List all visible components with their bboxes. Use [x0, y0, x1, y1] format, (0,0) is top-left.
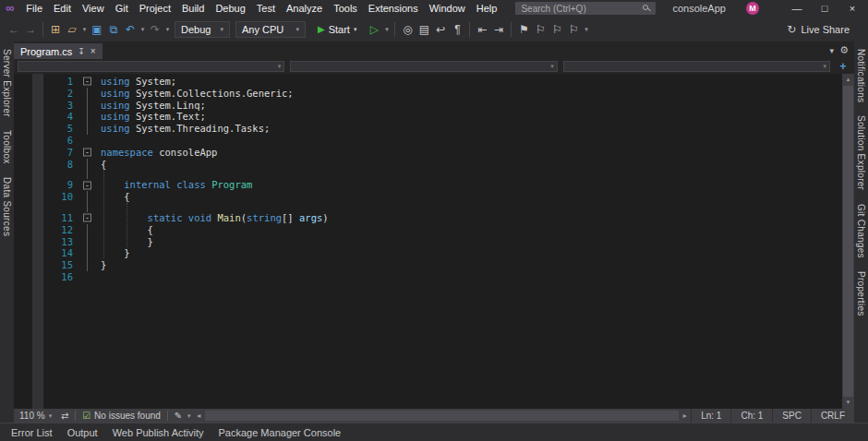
run-without-debugging-icon[interactable]: ▷: [366, 20, 382, 39]
maximize-button[interactable]: □: [811, 0, 838, 17]
scroll-sync-icon[interactable]: ⇄: [57, 411, 72, 421]
quick-actions-dropdown-icon[interactable]: ▾: [186, 412, 193, 420]
scrollbar-thumb[interactable]: [843, 86, 853, 397]
code-health-indicator[interactable]: ☑ No issues found: [78, 411, 164, 421]
decrease-indent-icon[interactable]: ⇤: [474, 20, 490, 39]
find-in-files-icon[interactable]: ◎: [399, 20, 416, 39]
run-dropdown-icon[interactable]: ▾: [382, 20, 391, 39]
code-text[interactable]: {: [101, 191, 130, 203]
menu-test[interactable]: Test: [251, 0, 281, 17]
menu-help[interactable]: Help: [471, 0, 503, 17]
code-line-10[interactable]: 10 {: [14, 191, 842, 203]
undo-dropdown-icon[interactable]: ▾: [139, 20, 147, 39]
code-text[interactable]: static void Main(string[] args): [101, 212, 329, 224]
line-number[interactable]: 14: [43, 247, 73, 259]
code-line-16[interactable]: 16: [14, 271, 842, 283]
menu-file[interactable]: File: [20, 0, 48, 17]
code-line-3[interactable]: 3using System.Linq;: [14, 100, 842, 112]
nav-dropdown-type[interactable]: ▾: [290, 61, 557, 72]
zoom-control[interactable]: 110 % ▾: [14, 409, 57, 423]
search-input[interactable]: [515, 3, 657, 14]
code-text[interactable]: using System.Linq;: [101, 100, 206, 112]
fold-collapse-icon[interactable]: -: [83, 77, 91, 86]
right-tab-notifications[interactable]: Notifications: [856, 49, 866, 102]
menu-extensions[interactable]: Extensions: [363, 0, 424, 17]
line-number[interactable]: 8: [43, 159, 73, 171]
toggle-bookmark-icon[interactable]: ⚑: [515, 20, 532, 39]
live-share-button[interactable]: ↻ Live Share: [787, 23, 862, 36]
scroll-right-icon[interactable]: ►: [679, 412, 691, 419]
right-tab-solution-explorer[interactable]: Solution Explorer: [856, 115, 866, 190]
nav-dropdown-member[interactable]: ▾: [563, 61, 830, 72]
code-line-7[interactable]: 7-namespace consoleApp: [14, 147, 842, 159]
show-output-icon[interactable]: ▤: [416, 20, 432, 39]
menu-analyze[interactable]: Analyze: [281, 0, 328, 17]
active-files-dropdown-icon[interactable]: ▾: [830, 46, 835, 55]
code-text[interactable]: {: [101, 159, 106, 171]
code-text[interactable]: namespace consoleApp: [101, 147, 217, 159]
menu-tools[interactable]: Tools: [328, 0, 363, 17]
horizontal-scrollbar[interactable]: [205, 409, 679, 423]
code-text[interactable]: }: [101, 259, 106, 271]
code-line-1[interactable]: 1-using System;: [14, 76, 842, 88]
fold-collapse-icon[interactable]: -: [83, 181, 91, 189]
line-number[interactable]: 15: [43, 259, 73, 271]
bookmarks-window-icon[interactable]: ⚐: [565, 20, 582, 39]
line-number[interactable]: 13: [43, 236, 73, 248]
code-line-11[interactable]: 11- static void Main(string[] args): [14, 212, 842, 224]
line-number[interactable]: 12: [43, 224, 73, 236]
navbar-add-icon[interactable]: +: [836, 60, 850, 73]
status-spaces[interactable]: SPC: [772, 409, 811, 423]
debug-configuration-dropdown[interactable]: Debug ▾: [175, 21, 230, 38]
open-file-dropdown-icon[interactable]: ▾: [80, 20, 89, 39]
code-text[interactable]: internal class Program: [101, 179, 252, 191]
right-tab-properties[interactable]: Properties: [856, 271, 866, 316]
pin-tab-icon[interactable]: ↧: [78, 47, 85, 56]
fold-collapse-icon[interactable]: -: [83, 149, 91, 157]
save-icon[interactable]: ▣: [89, 20, 105, 39]
horizontal-scrollbar-thumb[interactable]: [205, 411, 679, 421]
line-number[interactable]: 5: [43, 123, 73, 135]
code-line-2[interactable]: 2using System.Collections.Generic;: [14, 88, 842, 100]
line-number[interactable]: 1: [43, 76, 73, 88]
right-tab-git-changes[interactable]: Git Changes: [856, 204, 866, 258]
undo-icon[interactable]: ↶: [122, 20, 139, 39]
bottom-tab-web-publish-activity[interactable]: Web Publish Activity: [105, 423, 211, 441]
show-whitespace-icon[interactable]: ¶: [449, 20, 465, 39]
scrollbar-up-icon[interactable]: ▲: [842, 74, 854, 86]
user-avatar[interactable]: M: [746, 2, 759, 15]
line-number[interactable]: 6: [43, 135, 73, 147]
next-bookmark-icon[interactable]: ⚐: [549, 20, 565, 39]
minimize-button[interactable]: —: [783, 0, 811, 17]
start-debugging-button[interactable]: ▶ Start ▾: [311, 20, 363, 39]
close-tab-icon[interactable]: ×: [90, 46, 96, 56]
line-number[interactable]: 3: [43, 100, 73, 112]
line-number[interactable]: 7: [43, 147, 73, 159]
vertical-scrollbar[interactable]: ▲ ▼: [842, 74, 854, 409]
bottom-tab-output[interactable]: Output: [60, 423, 105, 441]
line-number[interactable]: 9: [43, 179, 73, 191]
tab-options-gear-icon[interactable]: ⚙: [839, 44, 849, 56]
menu-window[interactable]: Window: [424, 0, 471, 17]
code-line-12[interactable]: 12 {: [14, 224, 842, 236]
code-line-4[interactable]: 4using System.Text;: [14, 111, 842, 123]
previous-bookmark-icon[interactable]: ⚐: [532, 20, 549, 39]
code-line-13[interactable]: 13 }: [14, 236, 842, 248]
code-text[interactable]: using System;: [101, 76, 176, 88]
menu-git[interactable]: Git: [110, 0, 134, 17]
increase-indent-icon[interactable]: ⇥: [490, 20, 507, 39]
code-line-15[interactable]: 15}: [14, 259, 842, 271]
word-wrap-icon[interactable]: ↩: [432, 20, 449, 39]
code-line-9[interactable]: 9- internal class Program: [14, 179, 842, 191]
menu-edit[interactable]: Edit: [48, 0, 77, 17]
scroll-left-icon[interactable]: ◄: [193, 412, 205, 419]
code-line-14[interactable]: 14 }: [14, 247, 842, 259]
menu-view[interactable]: View: [77, 0, 110, 17]
save-all-icon[interactable]: ⧉: [105, 20, 122, 39]
code-editor[interactable]: 1-using System;2using System.Collections…: [14, 74, 842, 409]
navigate-forward-icon[interactable]: →: [22, 20, 39, 39]
code-text[interactable]: }: [101, 247, 130, 259]
menu-project[interactable]: Project: [134, 0, 176, 17]
code-line-6[interactable]: 6: [14, 135, 842, 147]
status-line-ending[interactable]: CRLF: [811, 409, 854, 423]
